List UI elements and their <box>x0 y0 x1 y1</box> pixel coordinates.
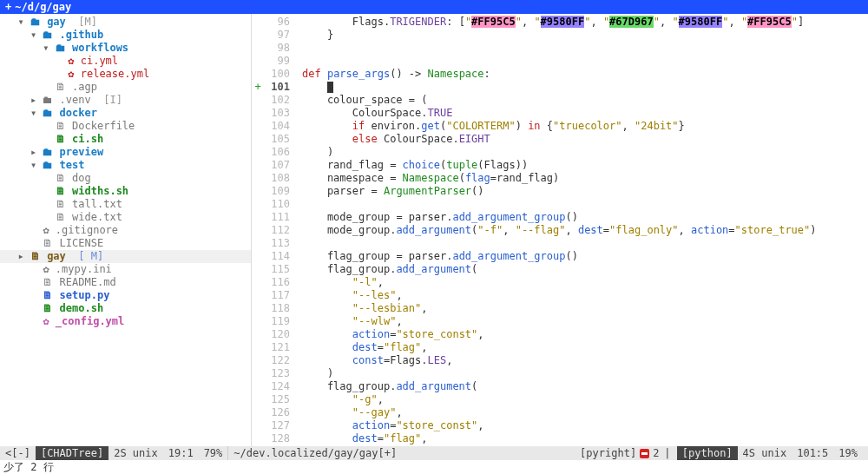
code-content[interactable]: mode_group = parser.add_argument_group() <box>293 211 868 224</box>
code-content[interactable] <box>293 237 868 250</box>
code-line-125[interactable]: 125 "-g", <box>252 393 868 406</box>
code-content[interactable]: "--wlw", <box>293 315 868 328</box>
code-content[interactable]: ColourSpace.TRUE <box>293 107 868 120</box>
code-line-118[interactable]: 118 "--lesbian", <box>252 302 868 315</box>
tree-item-LICENSE[interactable]: 🗎 LICENSE <box>0 237 251 250</box>
code-line-126[interactable]: 126 "--gay", <box>252 406 868 419</box>
gutter-sign <box>252 29 264 42</box>
code-line-106[interactable]: 106 ) <box>252 146 868 159</box>
code-line-116[interactable]: 116 "-l", <box>252 276 868 289</box>
line-number: 126 <box>264 406 293 419</box>
tree-item-gay[interactable]: ▸ 🗎 gay [ M] <box>0 250 251 263</box>
code-content[interactable]: const=Flags.LES, <box>293 354 868 367</box>
code-line-101[interactable]: +101 <box>252 81 868 94</box>
code-content[interactable]: rand_flag = choice(tuple(Flags)) <box>293 159 868 172</box>
code-content[interactable]: ) <box>293 367 868 380</box>
tree-item-setuppy[interactable]: 🗎 setup.py <box>0 289 251 302</box>
code-line-105[interactable]: 105 else ColourSpace.EIGHT <box>252 133 868 146</box>
code-line-124[interactable]: 124 flag_group.add_argument( <box>252 380 868 393</box>
status-right-label: [python] <box>677 446 738 460</box>
tree-item-READMEmd[interactable]: 🗎 README.md <box>0 276 251 289</box>
code-line-98[interactable]: 98 <box>252 42 868 55</box>
code-content[interactable]: colour_space = ( <box>293 94 868 107</box>
code-content[interactable]: "--gay", <box>293 406 868 419</box>
code-line-112[interactable]: 112 mode_group.add_argument("-f", "--fla… <box>252 224 868 237</box>
code-content[interactable]: flag_group.add_argument( <box>293 380 868 393</box>
tree-item-github[interactable]: ▾ 🖿 .github <box>0 29 251 42</box>
code-content[interactable]: "-g", <box>293 393 868 406</box>
tree-item-dog[interactable]: 🗎 dog <box>0 172 251 185</box>
code-line-121[interactable]: 121 dest="flag", <box>252 341 868 354</box>
code-line-114[interactable]: 114 flag_group = parser.add_argument_gro… <box>252 250 868 263</box>
code-content[interactable]: "--les", <box>293 289 868 302</box>
code-line-119[interactable]: 119 "--wlw", <box>252 315 868 328</box>
code-line-115[interactable]: 115 flag_group.add_argument( <box>252 263 868 276</box>
code-line-120[interactable]: 120 action="store_const", <box>252 328 868 341</box>
tree-item-venv[interactable]: ▸ 🖿 .venv [I] <box>0 94 251 107</box>
code-content[interactable]: "--lesbian", <box>293 302 868 315</box>
code-content[interactable]: ) <box>293 146 868 159</box>
tree-item-agp[interactable]: 🗎 .agp <box>0 81 251 94</box>
code-line-109[interactable]: 109 parser = ArgumentParser() <box>252 185 868 198</box>
tree-item-gitignore[interactable]: ✿ .gitignore <box>0 224 251 237</box>
code-content[interactable] <box>293 81 868 94</box>
line-number: 124 <box>264 380 293 393</box>
tree-item-_configyml[interactable]: ✿ _config.yml <box>0 315 251 328</box>
code-content[interactable]: } <box>293 29 868 42</box>
tree-item-docker[interactable]: ▾ 🖿 docker <box>0 107 251 120</box>
tree-item-releaseyml[interactable]: ✿ release.yml <box>0 68 251 81</box>
code-line-117[interactable]: 117 "--les", <box>252 289 868 302</box>
code-content[interactable]: "-l", <box>293 276 868 289</box>
code-line-113[interactable]: 113 <box>252 237 868 250</box>
tree-item-test[interactable]: ▾ 🖿 test <box>0 159 251 172</box>
code-line-97[interactable]: 97 } <box>252 29 868 42</box>
code-line-110[interactable]: 110 <box>252 198 868 211</box>
tree-item-preview[interactable]: ▸ 🖿 preview <box>0 146 251 159</box>
code-content[interactable]: def parse_args() -> Namespace: <box>293 68 868 81</box>
gutter-sign <box>252 68 264 81</box>
code-content[interactable]: namespace = Namespace(flag=rand_flag) <box>293 172 868 185</box>
tree-item-Dockerfile[interactable]: 🗎 Dockerfile <box>0 120 251 133</box>
gutter-sign <box>252 211 264 224</box>
code-line-96[interactable]: 96 Flags.TRIGENDER: ["#FF95C5", "#9580FF… <box>252 16 868 29</box>
code-content[interactable]: mode_group.add_argument("-f", "--flag", … <box>293 224 868 237</box>
tree-item-talltxt[interactable]: 🗎 tall.txt <box>0 198 251 211</box>
code-content[interactable] <box>293 55 868 68</box>
code-line-102[interactable]: 102 colour_space = ( <box>252 94 868 107</box>
code-content[interactable]: dest="flag", <box>293 341 868 354</box>
gutter-sign <box>252 393 264 406</box>
gutter-sign <box>252 289 264 302</box>
code-content[interactable] <box>293 42 868 55</box>
code-line-103[interactable]: 103 ColourSpace.TRUE <box>252 107 868 120</box>
code-line-100[interactable]: 100def parse_args() -> Namespace: <box>252 68 868 81</box>
tree-item-demosh[interactable]: 🗎 demo.sh <box>0 302 251 315</box>
code-content[interactable] <box>293 198 868 211</box>
code-line-123[interactable]: 123 ) <box>252 367 868 380</box>
code-line-108[interactable]: 108 namespace = Namespace(flag=rand_flag… <box>252 172 868 185</box>
tree-item-cish[interactable]: 🗎 ci.sh <box>0 133 251 146</box>
code-line-111[interactable]: 111 mode_group = parser.add_argument_gro… <box>252 211 868 224</box>
code-content[interactable]: flag_group.add_argument( <box>293 263 868 276</box>
file-tree[interactable]: ▾ 🖿 gay [M] ▾ 🖿 .github ▾ 🖿 workflows ✿ … <box>0 14 252 446</box>
tree-item-widetxt[interactable]: 🗎 wide.txt <box>0 211 251 224</box>
code-line-104[interactable]: 104 if environ.get("COLORTERM") in {"tru… <box>252 120 868 133</box>
code-line-99[interactable]: 99 <box>252 55 868 68</box>
tree-item-gay[interactable]: ▾ 🖿 gay [M] <box>0 16 251 29</box>
tree-item-widthssh[interactable]: 🗎 widths.sh <box>0 185 251 198</box>
tree-item-workflows[interactable]: ▾ 🖿 workflows <box>0 42 251 55</box>
code-line-128[interactable]: 128 dest="flag", <box>252 432 868 445</box>
code-content[interactable]: flag_group = parser.add_argument_group() <box>293 250 868 263</box>
code-content[interactable]: action="store_const", <box>293 328 868 341</box>
tree-item-ciyml[interactable]: ✿ ci.yml <box>0 55 251 68</box>
code-content[interactable]: if environ.get("COLORTERM") in {"truecol… <box>293 120 868 133</box>
code-content[interactable]: parser = ArgumentParser() <box>293 185 868 198</box>
code-line-127[interactable]: 127 action="store_const", <box>252 419 868 432</box>
code-content[interactable]: else ColourSpace.EIGHT <box>293 133 868 146</box>
code-content[interactable]: dest="flag", <box>293 432 868 445</box>
code-content[interactable]: action="store_const", <box>293 419 868 432</box>
code-content[interactable]: Flags.TRIGENDER: ["#FF95C5", "#9580FF", … <box>293 16 868 29</box>
editor-pane[interactable]: 96 Flags.TRIGENDER: ["#FF95C5", "#9580FF… <box>252 14 868 446</box>
code-line-107[interactable]: 107 rand_flag = choice(tuple(Flags)) <box>252 159 868 172</box>
tree-item-mypyini[interactable]: ✿ .mypy.ini <box>0 263 251 276</box>
code-line-122[interactable]: 122 const=Flags.LES, <box>252 354 868 367</box>
